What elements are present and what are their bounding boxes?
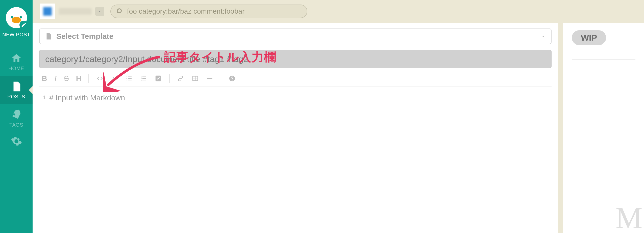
editor-pane: Select Template B I S H <box>33 23 558 233</box>
sidebar-item-label: HOME <box>9 66 24 71</box>
help-button[interactable] <box>228 75 236 82</box>
link-button[interactable] <box>177 75 184 82</box>
sidebar: NEW POST HOME POSTS TAGS <box>0 0 33 233</box>
document-icon <box>11 81 22 92</box>
strike-button[interactable]: S <box>64 74 69 83</box>
sidebar-item-posts[interactable]: POSTS <box>0 76 33 104</box>
preview-pane: WIP M <box>563 23 644 233</box>
template-doc-icon <box>45 33 52 40</box>
bold-button[interactable]: B <box>42 74 47 83</box>
tags-icon <box>11 109 22 121</box>
code-button[interactable] <box>96 75 104 82</box>
team-switcher[interactable] <box>40 4 104 19</box>
list-ol-icon <box>140 75 147 82</box>
caret-down-icon <box>540 34 546 39</box>
sidebar-item-home[interactable]: HOME <box>0 48 33 76</box>
preview-placeholder-letter: M <box>615 201 642 233</box>
new-post-button[interactable] <box>6 7 27 28</box>
help-icon <box>228 75 236 82</box>
preview-divider <box>572 59 635 60</box>
quote-icon <box>111 75 118 82</box>
team-name-blurred <box>59 8 92 15</box>
home-icon <box>11 52 22 64</box>
team-caret[interactable] <box>95 7 104 16</box>
check-button[interactable] <box>155 75 162 82</box>
quote-button[interactable] <box>111 75 118 82</box>
link-icon <box>177 75 184 82</box>
check-square-icon <box>155 75 162 82</box>
svg-point-0 <box>15 55 17 57</box>
gear-icon <box>11 135 22 147</box>
table-button[interactable] <box>191 75 199 82</box>
nav: HOME POSTS TAGS <box>0 48 33 150</box>
code-icon <box>96 75 104 82</box>
italic-button[interactable]: I <box>54 74 57 83</box>
template-select-label: Select Template <box>56 32 113 41</box>
sidebar-item-settings[interactable] <box>0 132 33 150</box>
wip-badge: WIP <box>572 30 606 45</box>
search-input[interactable] <box>127 7 301 15</box>
main: Select Template B I S H <box>33 0 644 233</box>
svg-rect-2 <box>207 78 212 79</box>
caret-down-icon <box>97 9 102 14</box>
search-box[interactable] <box>110 5 307 18</box>
ul-button[interactable] <box>125 75 133 82</box>
sidebar-item-label: POSTS <box>7 94 25 100</box>
minus-icon <box>206 75 214 82</box>
search-icon <box>116 8 123 15</box>
hr-button[interactable] <box>206 75 214 82</box>
editor-body[interactable]: 1 # Input with Markdown <box>39 86 552 233</box>
heading-button[interactable]: H <box>76 74 82 83</box>
sidebar-item-label: TAGS <box>9 122 23 128</box>
pencil-icon <box>19 21 28 29</box>
sidebar-item-tags[interactable]: TAGS <box>0 104 33 132</box>
team-icon <box>40 4 55 19</box>
template-select[interactable]: Select Template <box>39 28 552 44</box>
topbar <box>33 0 644 23</box>
table-icon <box>191 75 199 82</box>
line-number: 1 <box>39 94 46 233</box>
content: Select Template B I S H <box>33 23 644 233</box>
ol-button[interactable] <box>140 75 147 82</box>
new-post-label: NEW POST <box>2 32 30 38</box>
editor-content[interactable]: # Input with Markdown <box>49 94 552 233</box>
title-input[interactable] <box>39 50 552 68</box>
editor-toolbar: B I S H <box>39 71 552 86</box>
list-ul-icon <box>125 75 133 82</box>
